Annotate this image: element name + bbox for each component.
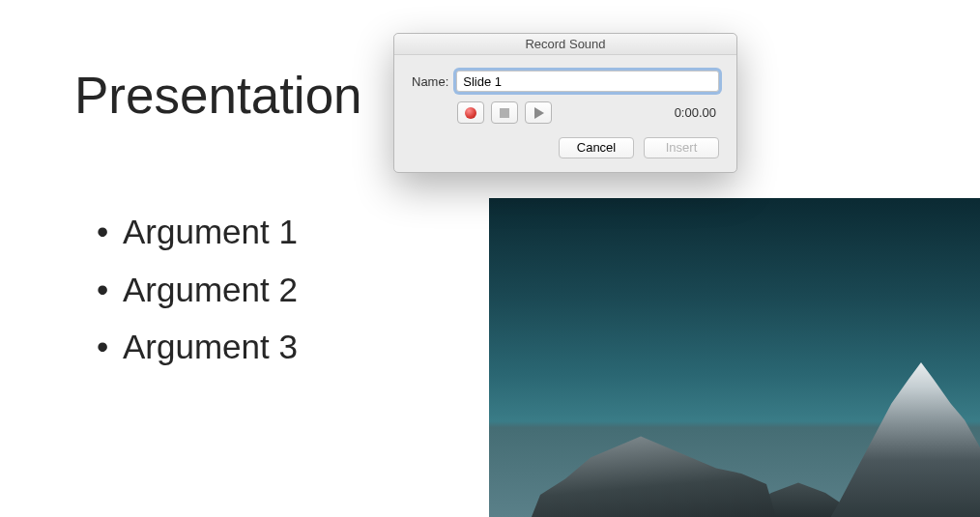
list-item: Argument 1: [97, 203, 298, 261]
name-input[interactable]: [456, 71, 719, 92]
list-item: Argument 3: [97, 318, 298, 376]
dialog-title: Record Sound: [394, 34, 736, 55]
stop-icon: [500, 108, 509, 118]
timer-display: 0:00.00: [675, 105, 719, 120]
mountain-shape: [825, 362, 980, 517]
record-sound-dialog: Record Sound Name: 0:00.00 Cancel Insert: [393, 33, 737, 173]
dialog-buttons: Cancel Insert: [412, 137, 719, 158]
play-icon: [534, 107, 544, 119]
slide-image: [489, 198, 980, 517]
bullet-list: Argument 1 Argument 2 Argument 3: [97, 203, 298, 376]
play-button[interactable]: [525, 101, 552, 124]
media-controls: 0:00.00: [412, 101, 719, 124]
slide-title: Presentation: [74, 66, 362, 125]
name-label: Name:: [412, 74, 448, 89]
name-row: Name:: [412, 71, 719, 92]
record-icon: [465, 107, 476, 119]
record-button[interactable]: [457, 101, 484, 124]
dialog-body: Name: 0:00.00 Cancel Insert: [394, 55, 736, 172]
list-item: Argument 2: [97, 261, 298, 319]
cancel-button[interactable]: Cancel: [559, 137, 634, 158]
stop-button[interactable]: [491, 101, 518, 124]
mountain-shape: [528, 420, 779, 517]
insert-button: Insert: [644, 137, 719, 158]
